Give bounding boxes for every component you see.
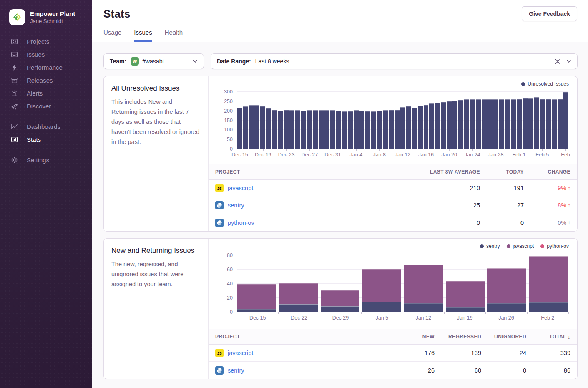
bar[interactable] (476, 99, 481, 149)
legend-item-sentry[interactable]: sentry (480, 243, 500, 249)
sidebar-item-stats[interactable]: Stats (0, 133, 92, 146)
sidebar-item-settings[interactable]: Settings (0, 154, 92, 166)
bar[interactable] (406, 106, 411, 149)
project-link[interactable]: sentry (228, 367, 244, 374)
project-link[interactable]: sentry (228, 202, 244, 209)
bar[interactable] (237, 108, 242, 149)
bar[interactable] (243, 106, 248, 149)
bar[interactable] (295, 110, 300, 149)
bar-segment-javascript[interactable] (321, 290, 359, 306)
stacked-bar[interactable] (362, 255, 401, 312)
bar-segment-javascript[interactable] (279, 283, 318, 304)
bar[interactable] (348, 111, 353, 149)
bar-segment-sentry[interactable] (446, 307, 485, 312)
bar[interactable] (383, 110, 388, 149)
bar[interactable] (278, 111, 283, 149)
bar-segment-javascript[interactable] (362, 269, 401, 301)
org-switcher[interactable]: Empower Plant Jane Schmidt (0, 0, 92, 25)
bar[interactable] (284, 110, 289, 149)
date-range-select[interactable]: Date Range: Last 8 weeks (211, 53, 578, 69)
bar[interactable] (412, 108, 417, 149)
bar[interactable] (336, 111, 341, 149)
bar[interactable] (447, 101, 452, 149)
bar[interactable] (289, 110, 294, 149)
bar[interactable] (511, 99, 516, 149)
bar-segment-sentry[interactable] (529, 302, 568, 312)
bar[interactable] (324, 110, 329, 149)
bar[interactable] (540, 99, 545, 149)
bar[interactable] (330, 110, 335, 149)
bar[interactable] (254, 105, 259, 149)
clear-icon[interactable] (555, 59, 560, 64)
bar[interactable] (563, 92, 568, 149)
bar[interactable] (260, 106, 265, 149)
bar[interactable] (429, 103, 434, 149)
give-feedback-button[interactable]: Give Feedback (522, 6, 577, 21)
bar[interactable] (487, 99, 493, 149)
bar[interactable] (377, 111, 382, 149)
stacked-bar[interactable] (279, 255, 318, 312)
bar-segment-javascript[interactable] (404, 265, 443, 303)
legend-item-javascript[interactable]: javascript (507, 243, 534, 249)
tab-usage[interactable]: Usage (103, 29, 121, 42)
bar[interactable] (458, 100, 463, 149)
bar[interactable] (499, 99, 504, 149)
bar[interactable] (418, 106, 423, 149)
new-returning-issues-chart[interactable]: sentry javascript python-ov 020406 (209, 239, 577, 326)
bar[interactable] (301, 111, 306, 149)
bar[interactable] (534, 97, 539, 149)
bar[interactable] (493, 99, 498, 149)
bar-segment-javascript[interactable] (237, 284, 276, 309)
stacked-bar[interactable] (321, 255, 359, 312)
stacked-bar[interactable] (404, 255, 443, 312)
bar[interactable] (319, 110, 324, 149)
bar[interactable] (272, 110, 277, 149)
stacked-bar[interactable] (529, 255, 568, 312)
bar-segment-sentry[interactable] (279, 304, 318, 312)
sidebar-item-issues[interactable]: Issues (0, 48, 92, 61)
bar[interactable] (424, 105, 429, 149)
bar[interactable] (249, 105, 254, 149)
bar[interactable] (464, 99, 469, 149)
bar[interactable] (342, 111, 347, 149)
bar[interactable] (470, 99, 475, 149)
project-link[interactable]: javascript (228, 350, 253, 356)
sidebar-item-dashboards[interactable]: Dashboards (0, 120, 92, 133)
bar[interactable] (371, 111, 376, 149)
stacked-bar[interactable] (487, 255, 526, 312)
stacked-bar[interactable] (237, 255, 276, 312)
bar[interactable] (523, 98, 528, 149)
tab-health[interactable]: Health (165, 29, 183, 42)
bar[interactable] (266, 108, 271, 149)
sidebar-item-projects[interactable]: Projects (0, 35, 92, 48)
bar[interactable] (435, 103, 440, 149)
legend-item-unresolved[interactable]: Unresolved Issues (521, 81, 569, 87)
sidebar-item-releases[interactable]: Releases (0, 74, 92, 87)
bar[interactable] (359, 111, 364, 149)
bar[interactable] (558, 99, 563, 149)
bar[interactable] (482, 99, 487, 149)
bar-segment-sentry[interactable] (362, 302, 401, 312)
bar[interactable] (400, 107, 405, 149)
tab-issues[interactable]: Issues (134, 29, 152, 42)
bar-segment-sentry[interactable] (487, 303, 526, 312)
bar[interactable] (313, 110, 318, 149)
unresolved-issues-chart[interactable]: Unresolved Issues 050100150200250300 Dec… (209, 76, 577, 161)
bar-segment-javascript[interactable] (446, 281, 485, 307)
legend-item-python-ov[interactable]: python-ov (540, 243, 569, 249)
sidebar-item-alerts[interactable]: Alerts (0, 87, 92, 100)
bar[interactable] (389, 110, 394, 149)
bar-segment-sentry[interactable] (237, 309, 276, 312)
sidebar-item-performance[interactable]: Performance (0, 61, 92, 74)
bar-segment-javascript[interactable] (487, 268, 526, 303)
bar[interactable] (441, 102, 446, 149)
bar-segment-sentry[interactable] (404, 303, 443, 312)
bar[interactable] (505, 99, 510, 149)
bar[interactable] (552, 99, 557, 149)
col-total-sort[interactable]: TOTAL↓ (526, 334, 570, 340)
sidebar-item-discover[interactable]: Discover (0, 100, 92, 113)
stacked-bar[interactable] (446, 255, 485, 312)
bar[interactable] (307, 110, 312, 149)
project-link[interactable]: python-ov (228, 219, 254, 226)
bar[interactable] (452, 101, 457, 149)
